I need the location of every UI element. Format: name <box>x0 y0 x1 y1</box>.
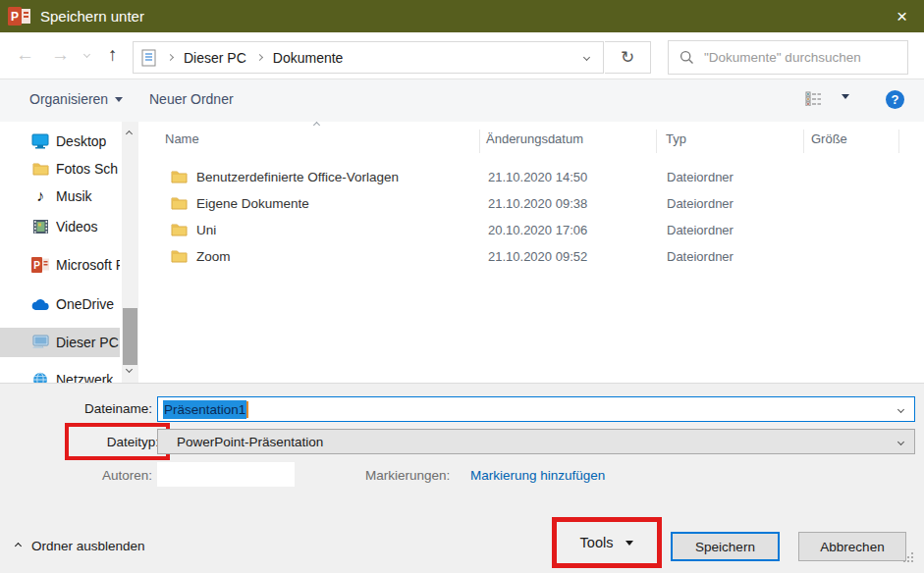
file-list: Name Änderungsdatum Typ Größe Benutzerde… <box>145 122 924 383</box>
sidebar-item-label: Microsoft P <box>56 257 120 273</box>
file-name: Eigene Dokumente <box>196 196 309 211</box>
organize-menu-button[interactable]: Organisieren <box>29 91 123 107</box>
authors-field[interactable] <box>157 462 295 487</box>
desktop-icon <box>30 132 50 150</box>
help-button[interactable]: ? <box>886 90 904 109</box>
svg-text:P: P <box>11 10 19 24</box>
search-box <box>668 40 908 75</box>
computer-icon <box>30 334 50 351</box>
filename-dropdown-chevron-icon[interactable] <box>897 405 904 412</box>
hide-folders-label: Ordner ausblenden <box>31 539 145 553</box>
file-date: 21.10.2020 14:50 <box>488 170 587 184</box>
filetype-value: PowerPoint-Präsentation <box>177 435 323 449</box>
column-header-date[interactable]: Änderungsdatum <box>486 131 583 146</box>
sidebar-item-onedrive[interactable]: OneDrive <box>0 291 120 317</box>
column-divider[interactable] <box>479 130 480 153</box>
add-tag-link[interactable]: Markierung hinzufügen <box>470 468 605 483</box>
chevron-down-icon <box>115 97 123 102</box>
navigation-pane: Desktop Fotos Sch ♪ Musik <box>0 122 145 383</box>
filetype-dropdown-chevron-icon[interactable] <box>897 438 904 444</box>
column-divider[interactable] <box>803 130 804 153</box>
chevron-up-icon <box>15 543 22 549</box>
column-header-name[interactable]: Name <box>165 131 199 146</box>
sidebar-item-label: Desktop <box>56 133 106 149</box>
file-row-eigene-dokumente[interactable]: Eigene Dokumente 21.10.2020 09:38 Dateio… <box>145 191 924 218</box>
powerpoint-icon: P <box>30 256 50 274</box>
sidebar-item-label: Netzwerk <box>56 372 113 383</box>
sidebar-item-dieser-pc[interactable]: Dieser PC <box>0 328 120 357</box>
save-button[interactable]: Speichern <box>671 532 780 561</box>
history-chevron-icon[interactable] <box>83 51 90 58</box>
file-name: Uni <box>196 223 216 237</box>
file-type: Dateiordner <box>667 223 734 237</box>
file-name: Zoom <box>196 249 231 264</box>
scroll-up-icon[interactable] <box>126 130 133 137</box>
view-mode-button[interactable] <box>805 91 822 109</box>
sidebar-scrollbar[interactable] <box>122 122 138 383</box>
file-row-uni[interactable]: Uni 20.10.2020 17:06 Dateiordner <box>145 218 924 244</box>
save-as-dialog: P Speichern unter × ← → ↑ Dieser PC Doku… <box>0 0 924 573</box>
sidebar-item-label: Dieser PC <box>56 335 119 350</box>
command-toolbar: Organisieren Neuer Ordner <box>0 79 924 122</box>
save-form-panel: Dateiname: Präsentation1 Dateityp: Power… <box>0 383 924 573</box>
chevron-down-icon <box>842 94 849 99</box>
file-date: 20.10.2020 17:06 <box>488 223 587 237</box>
file-date: 21.10.2020 09:52 <box>488 249 587 264</box>
close-button[interactable]: × <box>880 0 924 32</box>
sidebar-item-fotos[interactable]: Fotos Sch <box>0 156 120 182</box>
refresh-button[interactable]: ↻ <box>605 41 651 74</box>
sidebar-item-musik[interactable]: ♪ Musik <box>0 183 120 209</box>
sidebar-item-netzwerk[interactable]: Netzwerk <box>0 367 120 383</box>
up-arrow-icon[interactable]: ↑ <box>108 44 118 66</box>
breadcrumb[interactable]: Dieser PC Dokumente <box>133 41 604 74</box>
file-row-office-vorlagen[interactable]: Benutzerdefinierte Office-Vorlagen 21.10… <box>145 165 924 191</box>
chevron-down-icon <box>625 541 633 546</box>
folder-icon <box>171 196 188 214</box>
column-divider[interactable] <box>898 130 899 153</box>
sidebar-item-label: Videos <box>56 219 98 234</box>
filetype-label: Dateityp: <box>107 435 159 449</box>
svg-text:P: P <box>33 260 40 271</box>
back-arrow-icon[interactable]: ← <box>16 44 34 66</box>
breadcrumb-item-dieser-pc[interactable]: Dieser PC <box>184 50 246 66</box>
main-content: Desktop Fotos Sch ♪ Musik <box>0 122 924 383</box>
tags-label: Markierungen: <box>365 468 450 483</box>
tools-button-annotation-box[interactable]: Tools <box>552 517 662 568</box>
window-title: Speichern unter <box>40 8 144 25</box>
cancel-button[interactable]: Abbrechen <box>798 532 906 561</box>
filename-value-selected: Präsentation1 <box>163 400 246 419</box>
search-input[interactable] <box>702 49 907 66</box>
scroll-down-icon[interactable] <box>126 366 133 373</box>
search-icon <box>679 50 694 65</box>
column-header-size[interactable]: Größe <box>811 131 847 146</box>
scrollbar-thumb[interactable] <box>123 308 137 365</box>
file-type: Dateiordner <box>667 249 734 264</box>
breadcrumb-item-dokumente[interactable]: Dokumente <box>273 50 344 66</box>
film-icon <box>30 218 50 235</box>
folder-icon <box>171 170 188 187</box>
navigation-bar: ← → ↑ Dieser PC Dokumente ↻ <box>0 32 924 79</box>
breadcrumb-dropdown-chevron-icon[interactable] <box>583 54 590 61</box>
sidebar-item-microsoft-powerpoint[interactable]: P Microsoft P <box>0 252 120 278</box>
column-divider[interactable] <box>656 130 657 153</box>
details-view-icon <box>805 91 822 109</box>
file-row-zoom[interactable]: Zoom 21.10.2020 09:52 Dateiordner <box>145 244 924 271</box>
filename-input[interactable]: Präsentation1 <box>157 396 915 422</box>
sidebar-item-videos[interactable]: Videos <box>0 214 120 239</box>
new-folder-label: Neuer Ordner <box>149 91 234 107</box>
network-globe-icon <box>30 371 50 383</box>
view-mode-dropdown[interactable] <box>842 94 849 99</box>
forward-arrow-icon[interactable]: → <box>51 44 70 66</box>
new-folder-button[interactable]: Neuer Ordner <box>149 91 234 107</box>
tools-button-label: Tools <box>580 535 614 550</box>
file-type: Dateiordner <box>667 196 734 211</box>
sidebar-item-desktop[interactable]: Desktop <box>0 129 120 154</box>
breadcrumb-separator-icon <box>167 54 174 61</box>
filetype-select[interactable]: PowerPoint-Präsentation <box>157 429 915 454</box>
powerpoint-app-icon: P <box>8 6 32 26</box>
resize-grip[interactable] <box>903 552 915 564</box>
sidebar-item-label: Musik <box>56 188 92 204</box>
filetype-label-annotation-box: Dateityp: <box>65 423 170 460</box>
hide-folders-button[interactable]: Ordner ausblenden <box>16 539 145 553</box>
column-header-type[interactable]: Typ <box>666 131 686 146</box>
